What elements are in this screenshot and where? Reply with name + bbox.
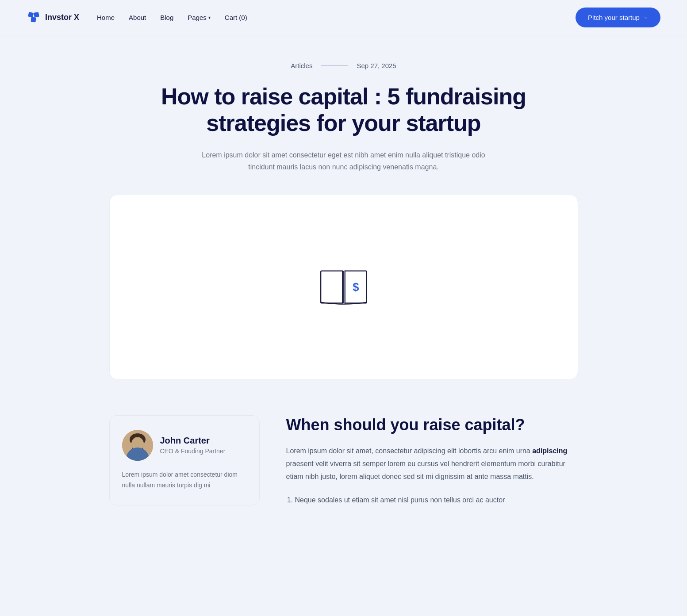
pitch-startup-button[interactable]: Pitch your startup →	[576, 8, 660, 27]
nav-item-pages[interactable]: Pages ▾	[188, 14, 211, 21]
section-text: Lorem ipsum dolor sit amet, consectetur …	[286, 445, 578, 483]
main-content: Articles Sep 27, 2025 How to raise capit…	[100, 35, 587, 545]
svg-point-10	[139, 442, 141, 444]
nav-links: Home About Blog Pages ▾ Cart (0)	[97, 14, 247, 22]
article-title: How to raise capital : 5 fundraising str…	[109, 84, 578, 137]
svg-rect-1	[34, 12, 39, 18]
nav-link-home[interactable]: Home	[97, 14, 115, 21]
svg-text:$: $	[353, 281, 359, 293]
svg-point-8	[132, 445, 143, 452]
book-money-icon: $	[317, 265, 370, 309]
author-name: John Carter	[160, 436, 226, 446]
nav-item-blog[interactable]: Blog	[160, 14, 173, 22]
svg-point-7	[131, 437, 144, 451]
nav-item-home[interactable]: Home	[97, 14, 115, 22]
article-divider	[321, 65, 348, 66]
author-info: John Carter CEO & Fouding Partner	[122, 430, 247, 461]
section-title: When should you raise capital?	[286, 415, 578, 434]
article-body: When should you raise capital? Lorem ips…	[286, 415, 578, 510]
svg-point-6	[130, 433, 146, 446]
svg-rect-2	[31, 17, 36, 22]
author-text: John Carter CEO & Fouding Partner	[160, 436, 226, 455]
nav-link-pages[interactable]: Pages ▾	[188, 14, 211, 21]
nav-link-blog[interactable]: Blog	[160, 14, 173, 21]
author-card: John Carter CEO & Fouding Partner Lorem …	[109, 415, 260, 505]
nav-link-about[interactable]: About	[129, 14, 146, 21]
article-meta: Articles Sep 27, 2025	[109, 62, 578, 69]
highlight-text: adipiscing	[532, 447, 567, 455]
hero-image-card: $	[109, 194, 578, 380]
article-category: Articles	[291, 62, 312, 69]
nav-item-cart[interactable]: Cart (0)	[225, 14, 247, 22]
logo-link[interactable]: Invstor X	[27, 11, 79, 25]
svg-point-9	[134, 442, 136, 444]
bottom-section: John Carter CEO & Fouding Partner Lorem …	[109, 415, 578, 545]
nav-item-about[interactable]: About	[129, 14, 146, 22]
author-role: CEO & Fouding Partner	[160, 448, 226, 455]
brand-name: Invstor X	[45, 13, 79, 22]
list-item: Neque sodales ut etiam sit amet nisl pur…	[295, 494, 578, 507]
svg-point-11	[137, 445, 138, 446]
author-bio: Lorem ipsum dolor amet consectetur diom …	[122, 470, 247, 491]
article-subtitle: Lorem ipsum dolor sit amet consectetur e…	[198, 149, 490, 173]
avatar	[122, 430, 153, 461]
navbar-left: Invstor X Home About Blog Pages ▾ Cart (…	[27, 11, 247, 25]
navbar: Invstor X Home About Blog Pages ▾ Cart (…	[0, 0, 687, 35]
chevron-down-icon: ▾	[208, 15, 211, 20]
svg-rect-0	[28, 11, 34, 17]
section-list: Neque sodales ut etiam sit amet nisl pur…	[286, 494, 578, 507]
article-date: Sep 27, 2025	[357, 62, 396, 69]
logo-icon	[27, 11, 41, 25]
nav-link-cart[interactable]: Cart (0)	[225, 14, 247, 21]
